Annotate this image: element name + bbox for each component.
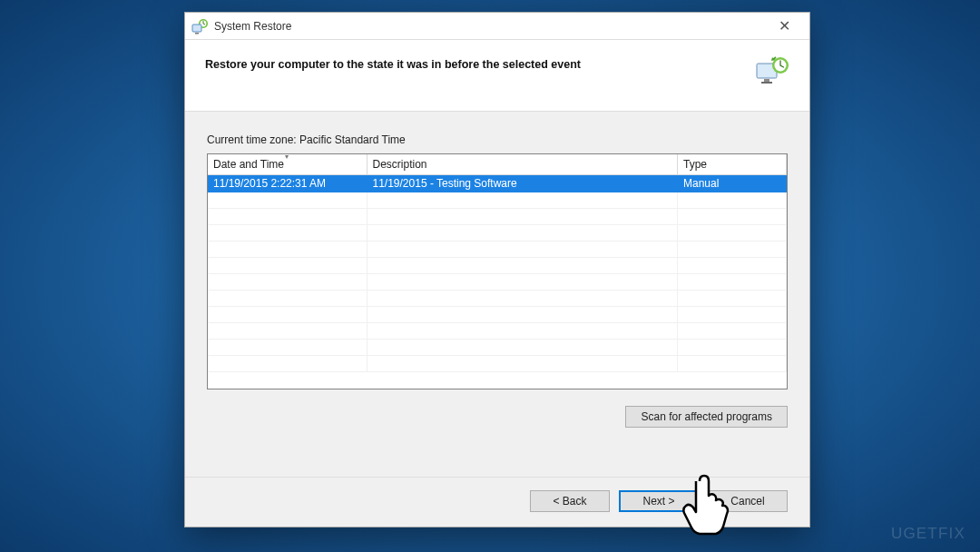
restore-points-table[interactable]: ▾Date and Time Description Type 11/19/20… [207,153,788,389]
table-row[interactable] [208,340,787,356]
table-row[interactable] [208,192,787,209]
timezone-label: Current time zone: Pacific Standard Time [207,133,788,146]
column-datetime-label: Date and Time [213,158,284,171]
table-row[interactable] [208,323,787,340]
sort-indicator-icon: ▾ [285,153,289,161]
watermark: UGETFIX [891,525,965,543]
wizard-header: Restore your computer to the state it wa… [185,40,809,112]
svg-rect-5 [764,79,769,82]
table-row[interactable]: 11/19/2015 2:22:31 AM 11/19/2015 - Testi… [208,175,787,192]
cell-description: 11/19/2015 - Testing Software [367,175,678,192]
system-restore-window: System Restore ✕ Restore your computer t… [184,12,810,527]
window-title: System Restore [214,20,764,33]
table-row[interactable] [208,307,787,323]
column-description[interactable]: Description [367,154,678,175]
column-type[interactable]: Type [678,154,787,175]
table-row[interactable] [208,242,787,258]
table-row[interactable] [208,356,787,372]
column-datetime[interactable]: ▾Date and Time [208,154,367,175]
wizard-body: Current time zone: Pacific Standard Time… [185,112,809,477]
scan-affected-button[interactable]: Scan for affected programs [625,406,788,428]
table-row[interactable] [208,225,787,242]
page-heading: Restore your computer to the state it wa… [205,58,581,71]
svg-rect-3 [195,33,199,34]
column-description-label: Description [373,158,427,171]
svg-rect-2 [192,25,201,32]
close-button[interactable]: ✕ [764,14,804,39]
table-row[interactable] [208,291,787,307]
table-header-row[interactable]: ▾Date and Time Description Type [208,154,787,175]
table-row[interactable] [208,209,787,225]
table-row[interactable] [208,258,787,274]
table-row[interactable] [208,274,787,291]
titlebar[interactable]: System Restore ✕ [185,13,809,40]
back-button[interactable]: < Back [530,490,610,512]
system-restore-icon [191,17,209,35]
cancel-button[interactable]: Cancel [708,490,788,512]
next-button[interactable]: Next > [619,490,699,512]
restore-logo-icon [753,54,789,91]
wizard-footer: < Back Next > Cancel [185,477,809,527]
column-type-label: Type [683,158,707,171]
cell-type: Manual [678,175,787,192]
svg-rect-6 [761,82,772,84]
cell-datetime: 11/19/2015 2:22:31 AM [208,175,367,192]
